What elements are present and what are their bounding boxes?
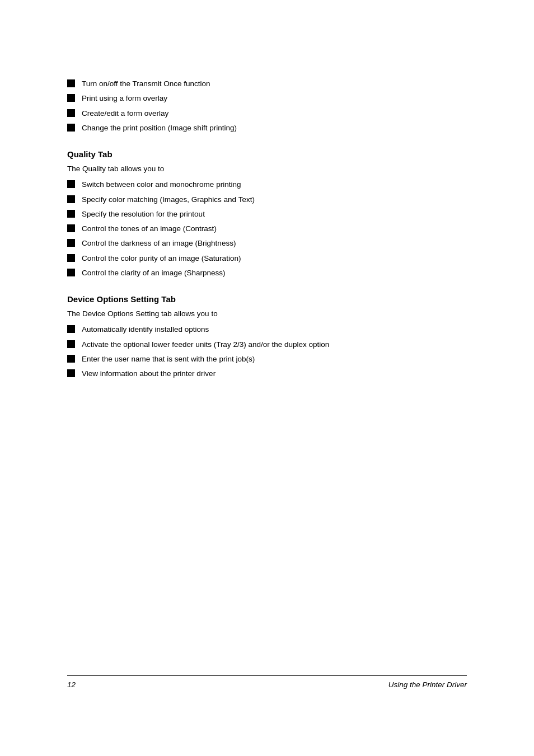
- bullet-icon: [67, 269, 75, 276]
- list-item-text: Control the clarity of an image (Sharpne…: [82, 267, 226, 279]
- intro-bullet-list: Turn on/off the Transmit Once functionPr…: [67, 78, 467, 134]
- list-item: Activate the optional lower feeder units…: [67, 339, 467, 350]
- bullet-icon: [67, 195, 75, 203]
- list-item-text: Control the tones of an image (Contrast): [82, 223, 217, 234]
- quality-tab-intro: The Quality tab allows you to: [67, 163, 467, 175]
- list-item-text: Create/edit a form overlay: [82, 108, 168, 119]
- device-options-heading: Device Options Setting Tab: [67, 294, 467, 304]
- bullet-icon: [67, 124, 75, 132]
- bullet-icon: [67, 109, 75, 117]
- list-item-text: Specify color matching (Images, Graphics…: [82, 194, 255, 205]
- bullet-icon: [67, 239, 75, 247]
- quality-tab-heading: Quality Tab: [67, 149, 467, 159]
- list-item-text: Enter the user name that is sent with th…: [82, 354, 255, 365]
- list-item-text: Turn on/off the Transmit Once function: [82, 78, 210, 90]
- bullet-icon: [67, 94, 75, 102]
- footer-title: Using the Printer Driver: [388, 680, 467, 689]
- device-options-section: Device Options Setting Tab The Device Op…: [67, 294, 467, 379]
- list-item-text: Automatically identify installed options: [82, 324, 209, 335]
- quality-tab-section: Quality Tab The Quality tab allows you t…: [67, 149, 467, 279]
- bullet-icon: [67, 210, 75, 218]
- quality-tab-list: Switch between color and monochrome prin…: [67, 179, 467, 279]
- list-item: Control the tones of an image (Contrast): [67, 223, 467, 234]
- list-item: Create/edit a form overlay: [67, 108, 467, 119]
- list-item: Change the print position (Image shift p…: [67, 123, 467, 134]
- bullet-icon: [67, 340, 75, 348]
- bullet-icon: [67, 79, 75, 87]
- bullet-icon: [67, 325, 75, 333]
- list-item-text: View information about the printer drive…: [82, 368, 216, 379]
- list-item: View information about the printer drive…: [67, 368, 467, 379]
- device-options-intro: The Device Options Setting tab allows yo…: [67, 308, 467, 320]
- footer: 12 Using the Printer Driver: [67, 675, 467, 689]
- list-item: Specify color matching (Images, Graphics…: [67, 194, 467, 205]
- list-item: Control the color purity of an image (Sa…: [67, 253, 467, 264]
- bullet-icon: [67, 180, 75, 188]
- bullet-icon: [67, 224, 75, 232]
- footer-page-number: 12: [67, 680, 76, 689]
- page: Turn on/off the Transmit Once functionPr…: [0, 0, 534, 756]
- list-item: Turn on/off the Transmit Once function: [67, 78, 467, 90]
- device-options-list: Automatically identify installed options…: [67, 324, 467, 379]
- list-item-text: Control the color purity of an image (Sa…: [82, 253, 241, 264]
- list-item: Control the clarity of an image (Sharpne…: [67, 267, 467, 279]
- list-item: Specify the resolution for the printout: [67, 209, 467, 220]
- list-item-text: Print using a form overlay: [82, 93, 167, 104]
- bullet-icon: [67, 369, 75, 377]
- list-item-text: Switch between color and monochrome prin…: [82, 179, 241, 190]
- list-item-text: Activate the optional lower feeder units…: [82, 339, 329, 350]
- list-item-text: Change the print position (Image shift p…: [82, 123, 237, 134]
- list-item: Switch between color and monochrome prin…: [67, 179, 467, 190]
- list-item-text: Specify the resolution for the printout: [82, 209, 205, 220]
- list-item-text: Control the darkness of an image (Bright…: [82, 238, 236, 249]
- list-item: Enter the user name that is sent with th…: [67, 354, 467, 365]
- list-item: Control the darkness of an image (Bright…: [67, 238, 467, 249]
- list-item: Automatically identify installed options: [67, 324, 467, 335]
- bullet-icon: [67, 355, 75, 363]
- list-item: Print using a form overlay: [67, 93, 467, 104]
- bullet-icon: [67, 254, 75, 262]
